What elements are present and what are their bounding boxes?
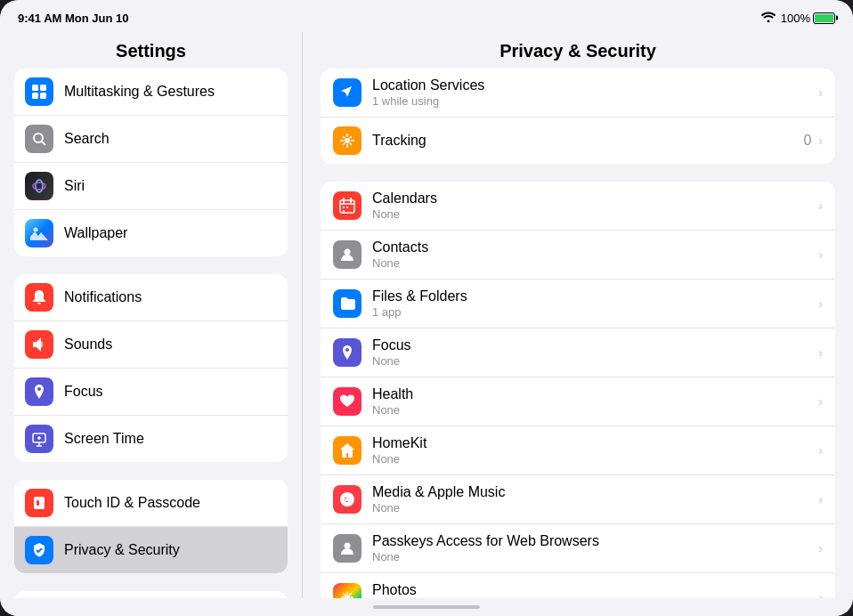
sidebar-item-multitasking[interactable]: Multitasking & Gestures (14, 69, 288, 116)
right-title: Privacy & Security (500, 41, 656, 61)
files-chevron: › (818, 296, 823, 311)
photos-title: Photos (372, 582, 815, 598)
focus-r-title: Focus (372, 337, 815, 353)
sidebar-item-search[interactable]: Search (14, 116, 288, 163)
battery-container: 100% (781, 12, 835, 25)
sidebar: Settings Multitaskin (0, 32, 303, 598)
right-panel: Privacy & Security Location Services 1 w… (303, 32, 853, 598)
files-icon (333, 289, 362, 318)
right-item-focus-r[interactable]: Focus None › (321, 328, 835, 377)
media-icon (333, 485, 362, 514)
status-bar: 9:41 AM Mon Jun 10 100% (0, 0, 853, 32)
sidebar-item-appstore[interactable]: App Store (14, 591, 288, 598)
search-label: Search (64, 131, 110, 147)
sidebar-group-4: App Store Game Center (14, 591, 288, 598)
svg-rect-0 (32, 85, 38, 91)
sidebar-item-wallpaper[interactable]: Wallpaper (14, 210, 288, 256)
sidebar-title: Settings (116, 41, 186, 61)
right-item-contacts[interactable]: Contacts None › (321, 231, 835, 280)
sidebar-item-siri[interactable]: Siri (14, 163, 288, 210)
svg-point-6 (36, 180, 43, 192)
svg-point-4 (34, 134, 43, 142)
homekit-text: HomeKit None (372, 435, 815, 466)
location-chevron: › (818, 85, 823, 100)
passkeys-subtitle: None (372, 550, 815, 563)
svg-rect-28 (346, 207, 348, 208)
media-text: Media & Apple Music None (372, 484, 815, 515)
right-header: Privacy & Security (303, 32, 853, 69)
passkeys-icon (333, 534, 362, 563)
main-content: Settings Multitaskin (0, 32, 853, 598)
health-subtitle: None (372, 403, 815, 417)
location-title: Location Services (372, 77, 815, 93)
battery-fill (815, 14, 833, 22)
right-item-location[interactable]: Location Services 1 while using › (321, 69, 835, 118)
svg-line-5 (42, 142, 45, 145)
sounds-label: Sounds (64, 336, 112, 353)
passkeys-text: Passkeys Access for Web Browsers None (372, 533, 815, 563)
calendars-chevron: › (818, 199, 823, 213)
tracking-icon (333, 126, 362, 155)
status-icons: 100% (761, 12, 835, 25)
files-title: Files & Folders (372, 288, 815, 304)
right-item-photos[interactable]: Photos None › (321, 573, 835, 598)
right-item-passkeys[interactable]: Passkeys Access for Web Browsers None › (321, 524, 835, 573)
right-item-calendars[interactable]: Calendars None › (321, 182, 835, 231)
tracking-text: Tracking (372, 133, 803, 149)
sidebar-item-sounds[interactable]: Sounds (14, 321, 288, 369)
contacts-chevron: › (818, 247, 823, 262)
device-frame: 9:41 AM Mon Jun 10 100% Settings (0, 0, 853, 616)
calendars-subtitle: None (372, 207, 815, 221)
sidebar-item-privacy[interactable]: Privacy & Security (14, 527, 288, 573)
health-chevron: › (818, 394, 823, 409)
location-meta: › (815, 85, 823, 100)
screentime-label: Screen Time (64, 431, 144, 447)
right-group-1: Location Services 1 while using › (321, 69, 835, 164)
homekit-icon (333, 436, 362, 465)
sidebar-item-touchid[interactable]: Touch ID & Passcode (14, 480, 288, 527)
notifications-label: Notifications (64, 289, 142, 305)
right-item-health[interactable]: Health None › (321, 377, 835, 426)
files-subtitle: 1 app (372, 305, 815, 319)
sidebar-item-screentime[interactable]: Screen Time (14, 416, 288, 462)
calendars-title: Calendars (372, 190, 815, 207)
right-item-media[interactable]: Media & Apple Music None › (321, 475, 835, 524)
sidebar-item-focus[interactable]: Focus (14, 369, 288, 416)
touchid-label: Touch ID & Passcode (64, 495, 200, 511)
touchid-icon (25, 489, 53, 517)
right-item-tracking[interactable]: Tracking 0 › (321, 118, 835, 164)
contacts-icon (333, 240, 362, 269)
screentime-icon (25, 425, 53, 453)
right-content[interactable]: Location Services 1 while using › (303, 69, 853, 598)
svg-rect-2 (32, 93, 38, 99)
contacts-subtitle: None (372, 256, 815, 270)
home-indicator (0, 598, 853, 616)
svg-rect-3 (40, 93, 46, 99)
photos-chevron: › (818, 590, 823, 598)
media-chevron: › (818, 492, 823, 507)
health-text: Health None (372, 386, 815, 417)
files-text: Files & Folders 1 app (372, 288, 815, 319)
photos-icon (333, 583, 362, 598)
notifications-icon (25, 283, 53, 312)
tracking-chevron: › (818, 134, 823, 148)
svg-rect-15 (37, 500, 39, 506)
sidebar-list[interactable]: Multitasking & Gestures Search (0, 69, 302, 598)
right-item-files[interactable]: Files & Folders 1 app › (321, 280, 835, 328)
sidebar-header: Settings (0, 32, 302, 69)
focus-r-icon (333, 338, 362, 367)
location-icon (333, 78, 362, 107)
siri-icon (25, 172, 53, 200)
svg-rect-29 (343, 210, 345, 212)
tracking-value: 0 (803, 133, 811, 149)
focus-r-chevron: › (818, 345, 823, 360)
tracking-meta: 0 › (803, 133, 823, 149)
svg-point-7 (33, 182, 45, 190)
sidebar-item-notifications[interactable]: Notifications (14, 274, 288, 321)
wallpaper-icon (25, 219, 53, 247)
right-item-homekit[interactable]: HomeKit None › (321, 426, 835, 475)
media-subtitle: None (372, 501, 815, 515)
privacy-label: Privacy & Security (64, 542, 180, 558)
calendars-text: Calendars None (372, 190, 815, 221)
privacy-icon (25, 536, 53, 564)
